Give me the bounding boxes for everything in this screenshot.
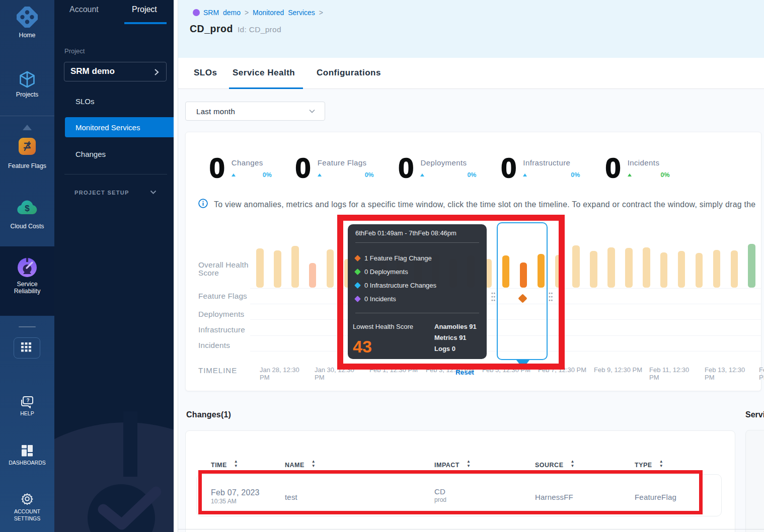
svg-text:$: $ xyxy=(25,204,30,213)
svg-text:?: ? xyxy=(26,398,29,403)
